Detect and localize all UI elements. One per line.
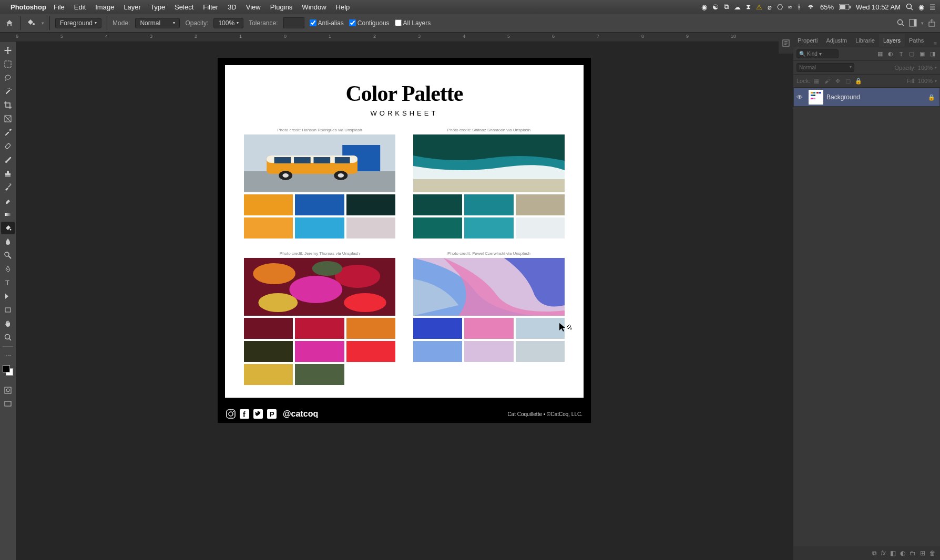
eyedropper-tool[interactable] [1,126,15,139]
fill-value[interactable]: 100% [918,78,933,84]
siri-icon[interactable]: ◉ [918,3,924,11]
history-brush-tool[interactable] [1,181,15,193]
layer-name[interactable]: Background [826,94,860,101]
wifi-icon[interactable] [806,4,815,10]
document[interactable]: Color Palette WORKSHEET Photo credit: Ha… [218,58,591,423]
menu-file[interactable]: File [54,3,65,11]
shape-tool[interactable] [1,304,15,316]
filter-type-icon[interactable]: T [897,50,905,58]
collapsed-panel-icon[interactable] [779,33,793,54]
gradient-tool[interactable] [1,208,15,221]
home-button[interactable] [4,18,15,28]
stamp-tool[interactable] [1,167,15,180]
status-icon-1[interactable]: ◉ [701,3,707,11]
layer-mask-icon[interactable]: ◧ [890,549,896,557]
status-icon-2[interactable]: ☯ [712,3,719,11]
blend-mode-select[interactable]: Normal▾ [135,18,180,28]
brush-tool[interactable] [1,153,15,166]
bluetooth-icon[interactable]: ᚼ [797,3,801,11]
filter-shape-icon[interactable]: ▢ [907,50,916,58]
edit-toolbar-button[interactable]: ⋯ [1,349,15,362]
blend-mode-select[interactable]: Normal ▾ [796,63,854,72]
spotlight-icon[interactable] [906,3,913,11]
menu-help[interactable]: Help [336,3,350,11]
lock-transparent-icon[interactable]: ▦ [812,77,821,85]
healing-tool[interactable] [1,140,15,152]
dropbox-icon[interactable]: ⧉ [724,3,729,11]
canvas-area[interactable]: Color Palette WORKSHEET Photo credit: Ha… [16,42,793,560]
lasso-tool[interactable] [1,71,15,84]
filter-smart-icon[interactable]: ▣ [918,50,926,58]
layer-kind-filter[interactable]: 🔍 Kind ▾ [796,49,839,58]
share-icon[interactable] [928,19,936,27]
layer-fx-icon[interactable]: fx [881,549,886,557]
warning-icon[interactable]: ⚠ [756,3,762,11]
menu-3d[interactable]: 3D [228,3,237,11]
contiguous-checkbox[interactable]: Contiguous [349,19,390,27]
status-icon-7[interactable]: ⌀ [768,3,772,11]
cloud-icon[interactable]: ☁ [734,3,741,11]
lock-icon[interactable]: 🔒 [928,94,935,101]
tab-adjustments[interactable]: Adjustm [822,34,852,47]
status-icon-8[interactable]: ⎔ [777,3,783,11]
opacity-input[interactable]: 100%▾ [213,18,243,28]
alllayers-checkbox[interactable]: All Layers [395,19,431,27]
visibility-icon[interactable]: 👁 [794,94,805,101]
fill-type-select[interactable]: Foreground▾ [55,18,101,28]
tab-paths[interactable]: Paths [905,34,928,47]
workspace-icon[interactable] [909,19,917,27]
layer-thumbnail[interactable] [809,90,823,105]
menu-edit[interactable]: Edit [74,3,86,11]
antialias-checkbox[interactable]: Anti-alias [310,19,344,27]
app-name[interactable]: Photoshop [11,3,46,11]
tab-libraries[interactable]: Librarie [851,34,879,47]
new-layer-icon[interactable]: ⊞ [920,549,925,557]
marquee-tool[interactable] [1,58,15,70]
search-icon[interactable] [897,19,905,27]
menu-plugins[interactable]: Plugins [270,3,293,11]
filter-pixel-icon[interactable]: ▦ [876,50,884,58]
screenmode-button[interactable] [1,398,15,410]
battery-icon[interactable] [839,4,851,10]
adjustment-layer-icon[interactable]: ◐ [900,549,905,557]
filter-adjust-icon[interactable]: ◐ [886,50,895,58]
dodge-tool[interactable] [1,249,15,262]
lock-artboard-icon[interactable]: ▢ [844,77,852,85]
panel-menu-icon[interactable]: ≡ [931,40,940,47]
clock[interactable]: Wed 10:52 AM [856,3,901,11]
type-tool[interactable]: T [1,276,15,289]
menu-layer[interactable]: Layer [124,3,141,11]
opacity-value[interactable]: 100% [918,65,933,71]
trash-icon[interactable]: 🗑 [929,549,936,557]
bucket-tool[interactable] [1,222,15,234]
quickmask-button[interactable] [1,384,15,397]
pen-tool[interactable] [1,263,15,275]
lock-pixels-icon[interactable]: 🖌 [823,77,831,85]
tab-layers[interactable]: Layers [879,34,905,47]
color-swatch[interactable] [3,365,13,376]
move-tool[interactable] [1,44,15,57]
menu-type[interactable]: Type [150,3,165,11]
control-center-icon[interactable]: ☰ [929,3,936,11]
horizontal-ruler[interactable]: 6 5 4 3 2 1 0 1 2 3 4 5 6 7 8 9 10 [16,33,793,42]
zoom-tool[interactable] [1,331,15,344]
path-tool[interactable] [1,290,15,303]
bucket-tool-icon[interactable] [26,18,36,28]
status-icon-5[interactable]: ⧗ [746,3,751,11]
wand-tool[interactable] [1,85,15,98]
tolerance-input[interactable] [283,17,304,28]
menu-filter[interactable]: Filter [203,3,218,11]
folder-icon[interactable]: 🗀 [910,549,916,557]
link-layers-icon[interactable]: ⧉ [872,549,877,557]
eraser-tool[interactable] [1,194,15,207]
layer-row[interactable]: 👁 Background 🔒 [793,88,940,107]
menu-view[interactable]: View [246,3,261,11]
blur-tool[interactable] [1,235,15,248]
tab-properties[interactable]: Properti [793,34,822,47]
frame-tool[interactable] [1,112,15,125]
menu-select[interactable]: Select [175,3,193,11]
hand-tool[interactable] [1,317,15,330]
status-icon-9[interactable]: ≈ [788,3,792,11]
filter-toggle-icon[interactable]: ◨ [928,50,937,58]
menu-window[interactable]: Window [302,3,326,11]
